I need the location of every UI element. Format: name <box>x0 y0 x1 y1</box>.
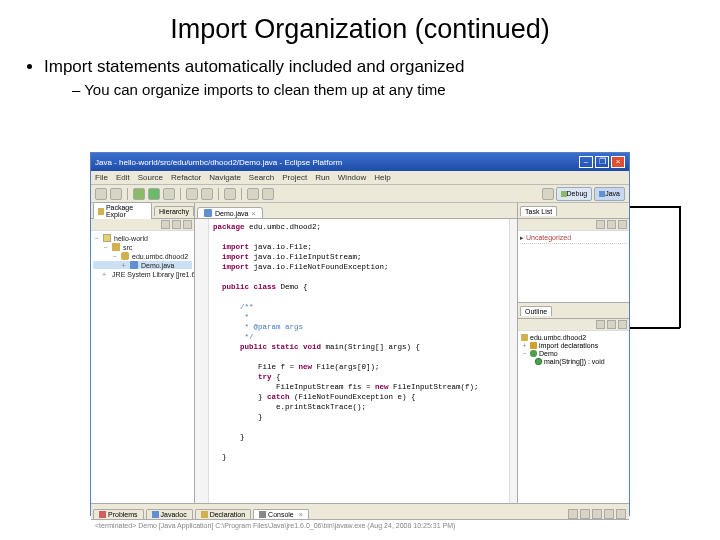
menu-navigate[interactable]: Navigate <box>209 173 241 182</box>
save-icon[interactable] <box>110 188 122 200</box>
java-file-icon <box>130 261 138 269</box>
src-folder-icon <box>112 243 120 251</box>
console-icon <box>259 511 266 518</box>
main-toolbar: Debug Java <box>91 185 629 203</box>
menu-window[interactable]: Window <box>338 173 366 182</box>
console-clear-icon[interactable] <box>568 509 578 519</box>
console-menu-icon[interactable] <box>616 509 626 519</box>
class-icon <box>530 350 537 357</box>
slide-title: Import Organization (continued) <box>0 0 720 49</box>
package-icon <box>98 208 104 215</box>
bullet-main: Import statements automatically included… <box>44 57 692 77</box>
close-tab-icon[interactable]: × <box>299 511 303 518</box>
method-icon <box>535 358 542 365</box>
menu-file[interactable]: File <box>95 173 108 182</box>
menu-source[interactable]: Source <box>138 173 163 182</box>
perspective-java[interactable]: Java <box>594 187 625 201</box>
open-perspective-icon[interactable] <box>542 188 554 200</box>
declaration-icon <box>201 511 208 518</box>
menu-edit[interactable]: Edit <box>116 173 130 182</box>
task-new-icon[interactable] <box>596 220 605 229</box>
tab-javadoc[interactable]: Javadoc <box>146 509 193 519</box>
tab-console[interactable]: Console× <box>253 509 309 519</box>
editor-code[interactable]: package package edu.umbc.dhood2;edu.umbc… <box>209 219 509 503</box>
editor-tab-demo[interactable]: Demo.java × <box>197 207 263 218</box>
outline-class[interactable]: −Demo <box>521 350 626 357</box>
problems-icon <box>99 511 106 518</box>
tab-tasklist[interactable]: Task List <box>520 206 557 216</box>
tasklist-view: Task List ▸ Uncategorized <box>518 203 629 303</box>
tree-package[interactable]: −edu.umbc.dhood2 <box>93 252 192 260</box>
new-class-icon[interactable] <box>201 188 213 200</box>
close-button[interactable]: × <box>611 156 625 168</box>
forward-icon[interactable] <box>262 188 274 200</box>
ext-tools-icon[interactable] <box>163 188 175 200</box>
package-icon <box>121 252 129 260</box>
minimize-button[interactable]: – <box>579 156 593 168</box>
editor-gutter[interactable] <box>195 219 209 503</box>
console-pin-icon[interactable] <box>592 509 602 519</box>
outline-view: Outline edu.umbc.dhood2 +import declarat… <box>518 303 629 503</box>
javadoc-icon <box>152 511 159 518</box>
window-title: Java - hello-world/src/edu/umbc/dhood2/D… <box>95 158 579 167</box>
tree-project[interactable]: −hello-world <box>93 234 192 242</box>
imports-icon <box>530 342 537 349</box>
menu-help[interactable]: Help <box>374 173 390 182</box>
project-icon <box>103 234 111 242</box>
eclipse-window: Java - hello-world/src/edu/umbc/dhood2/D… <box>90 152 630 516</box>
pkg-explorer-toolbar <box>91 219 194 231</box>
outline-filter-icon[interactable] <box>607 320 616 329</box>
perspective-debug[interactable]: Debug <box>556 187 593 201</box>
outline-imports[interactable]: +import declarations <box>521 342 626 349</box>
menu-refactor[interactable]: Refactor <box>171 173 201 182</box>
tree-jre[interactable]: +JRE System Library [jre1.6.0.0] <box>93 270 192 278</box>
run-icon[interactable] <box>148 188 160 200</box>
overview-ruler[interactable] <box>509 219 517 503</box>
editor-area: Demo.java × package package edu.umbc.dho… <box>195 203 517 503</box>
window-titlebar[interactable]: Java - hello-world/src/edu/umbc/dhood2/D… <box>91 153 629 171</box>
link-editor-icon[interactable] <box>172 220 181 229</box>
menu-run[interactable]: Run <box>315 173 330 182</box>
console-display-icon[interactable] <box>604 509 614 519</box>
new-icon[interactable] <box>95 188 107 200</box>
bullet-sub: – You can organize imports to clean them… <box>72 81 692 98</box>
menu-project[interactable]: Project <box>282 173 307 182</box>
menubar: File Edit Source Refactor Navigate Searc… <box>91 171 629 185</box>
tree-src[interactable]: −src <box>93 243 192 251</box>
tasklist-item[interactable]: ▸ Uncategorized <box>520 233 627 244</box>
debug-icon[interactable] <box>133 188 145 200</box>
tab-problems[interactable]: Problems <box>93 509 144 519</box>
tab-declaration[interactable]: Declaration <box>195 509 251 519</box>
outline-sort-icon[interactable] <box>596 320 605 329</box>
console-header: <terminated> Demo [Java Application] C:\… <box>95 522 625 529</box>
outline-menu-icon[interactable] <box>618 320 627 329</box>
back-icon[interactable] <box>247 188 259 200</box>
maximize-button[interactable]: ❐ <box>595 156 609 168</box>
search-icon[interactable] <box>224 188 236 200</box>
close-tab-icon[interactable]: × <box>251 210 255 217</box>
java-file-icon <box>204 209 212 217</box>
console-output[interactable]: <terminated> Demo [Java Application] C:\… <box>91 520 629 540</box>
tab-package-explorer[interactable]: Package Explor <box>93 202 152 219</box>
task-menu2-icon[interactable] <box>618 220 627 229</box>
tree-java-file[interactable]: +Demo.java <box>93 261 192 269</box>
console-lock-icon[interactable] <box>580 509 590 519</box>
tab-outline[interactable]: Outline <box>520 306 552 316</box>
package-icon <box>521 334 528 341</box>
outline-method[interactable]: main(String[]) : void <box>521 358 626 365</box>
collapse-all-icon[interactable] <box>161 220 170 229</box>
view-menu-icon[interactable] <box>183 220 192 229</box>
bottom-panel: Problems Javadoc Declaration Console× <t… <box>91 503 629 540</box>
menu-search[interactable]: Search <box>249 173 274 182</box>
outline-package[interactable]: edu.umbc.dhood2 <box>521 334 626 341</box>
package-explorer-view: Package Explor Hierarchy −hello-world −s… <box>91 203 195 503</box>
task-menu-icon[interactable] <box>607 220 616 229</box>
tab-hierarchy[interactable]: Hierarchy <box>154 206 194 216</box>
new-package-icon[interactable] <box>186 188 198 200</box>
